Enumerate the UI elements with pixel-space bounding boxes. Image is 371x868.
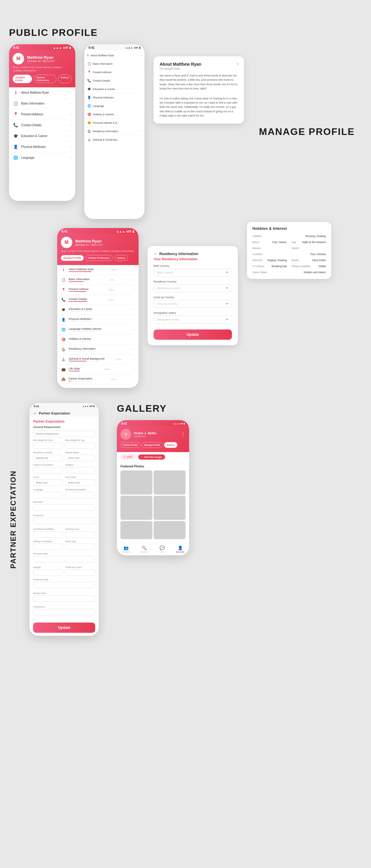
personal-value-input[interactable] (33, 556, 95, 562)
tab-partner-pref[interactable]: Partner Preference (86, 255, 113, 261)
partner-back-label: Partner Expectation (39, 411, 70, 415)
list-item-spiritual[interactable]: ⛪Spiritual & Social Bac... › (84, 135, 145, 144)
language-label: Language (21, 156, 35, 159)
list-item-basic[interactable]: 📋Basic Information › (84, 60, 145, 68)
residency-update-button[interactable]: Update (154, 330, 232, 340)
gallery-avatar: V (120, 429, 131, 440)
section-residency[interactable]: 🏠 Residency Information › (61, 345, 135, 354)
subcaste-input[interactable] (65, 479, 95, 486)
smoking-acc-input[interactable] (33, 531, 63, 537)
family-value-input[interactable] (33, 595, 95, 602)
chevron-icon: › (71, 102, 72, 105)
nav-explore[interactable]: 🔍 Explore (138, 546, 150, 553)
close-icon[interactable]: ∨ (236, 61, 239, 66)
tab-public-profile[interactable]: Public Profile (120, 442, 140, 448)
religion-input[interactable] (65, 467, 95, 473)
section-contact[interactable]: 📞 Contact Details 100% › (61, 295, 135, 305)
section-lifestyle[interactable]: 💼 Life Style 100% › (61, 365, 135, 374)
add-photo-button[interactable]: + Add New Image (138, 455, 165, 460)
hobby-row-hobbies: Hobbies Running, Drawing (252, 234, 326, 239)
menu-item-contact[interactable]: 📞 Contact Details › (13, 120, 72, 131)
residency-subtitle: Your Residency Information (154, 257, 232, 261)
immigration-status-group: Immigration Status Immigration Status (154, 311, 232, 323)
section-language[interactable]: 🌐 Language Hobbies Interest › (61, 325, 135, 335)
manage-sections-list: ℹ About Matthew Ryan 90% › 📋 Basic Infor… (57, 265, 138, 388)
manglik-country-row: Manglik Preferred Count... (33, 566, 95, 576)
like-button[interactable]: ♡ 114♡ (120, 455, 136, 460)
dieting-input[interactable] (33, 544, 63, 550)
pref-country-input[interactable] (65, 569, 95, 576)
caste-subcaste-row: Caste Sub Caste (33, 476, 95, 486)
tab-manage-profile[interactable]: Manage Profile (142, 442, 163, 448)
language-pref-input[interactable] (33, 492, 63, 498)
marital-status-input[interactable] (65, 455, 95, 461)
section-physical[interactable]: 👤 Physical Attributes / › (61, 315, 135, 325)
list-item-education[interactable]: 🎓Education & Career › (84, 85, 145, 93)
drinking-input[interactable] (65, 531, 95, 537)
gallery-status-bar: 9:41 ▲▲▲ wifi ▮ (117, 420, 189, 426)
birth-country-select[interactable]: Birth Country (154, 269, 232, 277)
list-item-attitude[interactable]: 😊Personal Attitude & B... › (84, 119, 145, 127)
list-item-language[interactable]: 🌐Language › (84, 102, 145, 110)
list-item-hobbies[interactable]: 🎯Hobbies & Interest › (84, 110, 145, 119)
member-id: Member ID: 785AA707 (75, 243, 135, 246)
menu-item-education[interactable]: 🎓 Education & Career › (13, 131, 72, 142)
general-req-input[interactable] (33, 431, 95, 437)
residency-country-select[interactable]: Residency Country (154, 284, 232, 292)
children-input[interactable] (33, 467, 63, 473)
gallery-action-bar: ♡ 114♡ + Add New Image (117, 452, 189, 462)
section-about[interactable]: ℹ About Matthew Ryan 90% › (61, 265, 135, 275)
chat-label: Chat (160, 551, 164, 553)
max-weight-input[interactable] (65, 442, 95, 449)
menu-item-address[interactable]: 📍 Present Address › (13, 109, 72, 120)
photo-grid (117, 469, 189, 543)
menu-item-language[interactable]: 🌐 Language › (13, 152, 72, 163)
min-height-input[interactable] (33, 442, 63, 449)
manglik-input[interactable] (33, 569, 63, 576)
bodytype-input[interactable] (65, 544, 95, 550)
chevron-icon: › (71, 91, 72, 94)
tab-partner-preference[interactable]: Partner Preference (34, 75, 56, 83)
nav-account[interactable]: 👤 Account (174, 546, 186, 553)
education-input[interactable] (33, 504, 95, 510)
pref-state-input[interactable] (33, 582, 95, 588)
list-item-about[interactable]: ℹAbout Matthew Ryan › (84, 51, 145, 60)
caste-input[interactable] (33, 479, 63, 486)
section-basic[interactable]: 📋 Basic Information 70% › (61, 275, 135, 285)
partner-update-button[interactable]: Update (33, 623, 95, 633)
section-address[interactable]: 📍 Present Address 88% › (61, 285, 135, 295)
tab-gallery-active[interactable]: Gallery (164, 442, 177, 448)
tab-gallery-manage[interactable]: Gallery (115, 255, 128, 261)
about-label: About Matthew Ryan (21, 91, 49, 94)
menu-item-basic[interactable]: 📋 Basic Information › (13, 98, 72, 109)
min-height-label: Min Height (in Feet) (33, 439, 63, 441)
hobby-row-movies: Movies: (252, 246, 287, 251)
menu-item-physical[interactable]: 👤 Physical Attributes › (13, 142, 72, 152)
immigration-select[interactable]: Immigration Status (154, 316, 232, 323)
section-spiritual[interactable]: ⛪ Spiritual & Social Background 50% › (61, 354, 135, 365)
section-hobbies[interactable]: 🎯 Hobbies & Interest › (61, 335, 135, 345)
nav-members[interactable]: 👥 Members (120, 546, 132, 553)
complexion-input[interactable] (33, 609, 95, 615)
tab-gallery[interactable]: Gallery (58, 75, 72, 83)
residency-back-btn[interactable]: ← Residency Information (154, 251, 232, 256)
list-item-residency[interactable]: 🏠Residency Information › (84, 127, 145, 135)
menu-item-about[interactable]: ℹ About Matthew Ryan › (13, 87, 72, 98)
list-item-contact[interactable]: 📞Contact Details › (84, 76, 145, 85)
tab-detailed[interactable]: Detailed Profile (61, 255, 84, 261)
growup-country-select[interactable]: Grow up Country (154, 300, 232, 308)
section-education[interactable]: 🎓 Education & Career › (61, 305, 135, 315)
chevron-icon: › (71, 113, 72, 116)
nav-chat[interactable]: 💬 Chat (156, 546, 168, 553)
smoking-input[interactable] (65, 492, 95, 498)
plus-icon: + (141, 456, 143, 458)
gallery-menu-dots-icon[interactable]: ⋮ (181, 432, 185, 437)
section-partner-exp[interactable]: 💑 Partner Expectation 10% › (61, 374, 135, 384)
profession-input[interactable] (33, 518, 95, 524)
list-item-physical[interactable]: 👤Physical Attributes › (84, 93, 145, 102)
residency-country-label: Residency Country (154, 280, 232, 283)
list-item-address[interactable]: 📍Present Address › (84, 68, 145, 76)
tab-detailed-profile[interactable]: Detailed Profile (13, 75, 32, 83)
back-arrow-icon[interactable]: ← (33, 411, 37, 415)
residence-country-input[interactable] (33, 455, 63, 461)
